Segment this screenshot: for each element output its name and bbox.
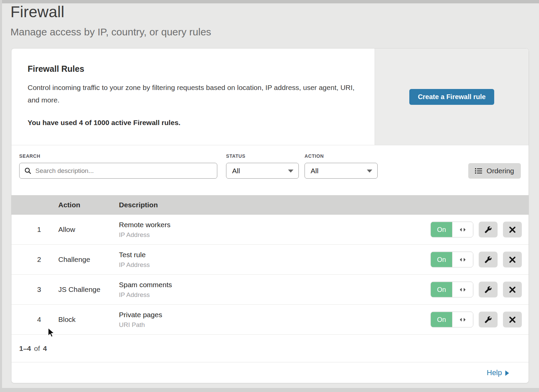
intro-block: Firewall Rules Control incoming traffic … xyxy=(28,64,359,127)
rule-description: Spam comments xyxy=(119,281,172,289)
firewall-rules-card: Firewall Rules Control incoming traffic … xyxy=(11,48,529,383)
status-select[interactable]: All xyxy=(226,163,299,179)
card-footer: Help xyxy=(11,362,529,383)
page-title: Firewall xyxy=(10,3,64,21)
search-label: SEARCH xyxy=(19,153,40,159)
ordering-button[interactable]: Ordering xyxy=(468,163,521,179)
rule-description-cell: Test rule IP Address xyxy=(119,251,150,269)
chevron-down-icon xyxy=(288,170,293,173)
table-header: Action Description xyxy=(11,195,529,215)
usage-note: You have used 4 of 1000 active Firewall … xyxy=(28,119,359,127)
rule-priority-number: 2 xyxy=(34,255,44,264)
close-icon xyxy=(509,256,516,263)
column-header-description: Description xyxy=(119,195,158,215)
rule-priority-number: 1 xyxy=(34,225,44,234)
wrench-icon xyxy=(484,256,492,263)
pagination-status: 1–4 of 4 xyxy=(19,335,47,362)
rule-match-field: IP Address xyxy=(119,231,170,239)
window-edge-bottom xyxy=(0,388,539,392)
toggle-arrows-icon xyxy=(452,222,473,237)
rule-enabled-toggle[interactable]: On xyxy=(431,222,473,238)
list-icon xyxy=(475,168,482,174)
rule-description: Remote workers xyxy=(119,221,170,229)
column-header-action: Action xyxy=(58,195,80,215)
table-row: 3 JS Challenge Spam comments IP Address … xyxy=(11,275,529,305)
pagination-of: of xyxy=(34,344,40,353)
status-label: STATUS xyxy=(226,153,246,159)
toggle-arrows-icon xyxy=(452,312,473,327)
delete-rule-button[interactable] xyxy=(503,282,522,298)
action-select[interactable]: All xyxy=(305,163,378,179)
window-edge-left xyxy=(0,0,2,392)
help-link-label: Help xyxy=(487,368,502,377)
delete-rule-button[interactable] xyxy=(503,222,522,238)
rule-description-cell: Remote workers IP Address xyxy=(119,221,170,239)
wrench-icon xyxy=(484,286,492,293)
rule-controls: On xyxy=(431,252,522,268)
card-top-section: Firewall Rules Control incoming traffic … xyxy=(11,49,529,145)
rule-enabled-toggle[interactable]: On xyxy=(431,252,473,268)
rule-description-cell: Private pages URI Path xyxy=(119,311,162,329)
toggle-arrows-icon xyxy=(452,252,473,267)
rule-priority-number: 4 xyxy=(34,315,44,324)
wrench-icon xyxy=(484,226,492,233)
close-icon xyxy=(509,316,516,323)
rule-controls: On xyxy=(431,312,522,328)
pagination-total: 4 xyxy=(43,344,47,353)
search-input[interactable] xyxy=(19,163,217,179)
rule-action-value: JS Challenge xyxy=(58,285,100,294)
rule-action-value: Block xyxy=(58,315,75,324)
window-edge-top xyxy=(0,0,539,3)
search-field-wrap xyxy=(19,163,217,179)
ordering-button-label: Ordering xyxy=(486,167,514,175)
table-row: 4 Block Private pages URI Path On xyxy=(11,305,529,335)
close-icon xyxy=(509,226,516,233)
edit-rule-button[interactable] xyxy=(479,222,498,238)
wrench-icon xyxy=(484,316,492,323)
edit-rule-button[interactable] xyxy=(479,282,498,298)
rules-list: 1 Allow Remote workers IP Address On xyxy=(11,215,529,335)
rule-enabled-toggle[interactable]: On xyxy=(431,312,473,328)
delete-rule-button[interactable] xyxy=(503,312,522,328)
help-link[interactable]: Help xyxy=(487,368,509,377)
rule-controls: On xyxy=(431,222,522,238)
action-label: ACTION xyxy=(305,153,324,159)
toggle-arrows-icon xyxy=(452,282,473,297)
delete-rule-button[interactable] xyxy=(503,252,522,268)
rule-enabled-toggle[interactable]: On xyxy=(431,282,473,298)
page-subtitle: Manage access by IP, country, or query r… xyxy=(10,26,211,38)
rule-action-value: Allow xyxy=(58,225,75,234)
chevron-down-icon xyxy=(367,170,372,173)
cta-panel: Create a Firewall rule xyxy=(375,49,529,145)
arrow-right-icon xyxy=(505,370,509,376)
filter-bar: SEARCH STATUS All ACTION All xyxy=(11,146,529,195)
rule-description: Private pages xyxy=(119,311,162,319)
rule-description-cell: Spam comments IP Address xyxy=(119,281,172,299)
rule-description: Test rule xyxy=(119,251,150,259)
pagination-range: 1–4 xyxy=(19,344,31,353)
rule-priority-number: 3 xyxy=(34,285,44,294)
section-description: Control incoming traffic to your zone by… xyxy=(28,82,359,107)
action-selected-value: All xyxy=(311,167,318,175)
table-row: 1 Allow Remote workers IP Address On xyxy=(11,215,529,245)
toggle-on-label: On xyxy=(431,252,452,267)
section-heading: Firewall Rules xyxy=(28,64,359,74)
rule-controls: On xyxy=(431,282,522,298)
rule-match-field: IP Address xyxy=(119,291,172,299)
toggle-on-label: On xyxy=(431,222,452,237)
rule-match-field: URI Path xyxy=(119,321,162,329)
create-firewall-rule-button[interactable]: Create a Firewall rule xyxy=(409,89,494,105)
table-row: 2 Challenge Test rule IP Address On xyxy=(11,245,529,275)
edit-rule-button[interactable] xyxy=(479,252,498,268)
rule-action-value: Challenge xyxy=(58,255,90,264)
close-icon xyxy=(509,286,516,293)
rule-match-field: IP Address xyxy=(119,261,150,269)
status-selected-value: All xyxy=(232,167,240,175)
toggle-on-label: On xyxy=(431,312,452,327)
edit-rule-button[interactable] xyxy=(479,312,498,328)
toggle-on-label: On xyxy=(431,282,452,297)
search-icon xyxy=(24,167,31,174)
